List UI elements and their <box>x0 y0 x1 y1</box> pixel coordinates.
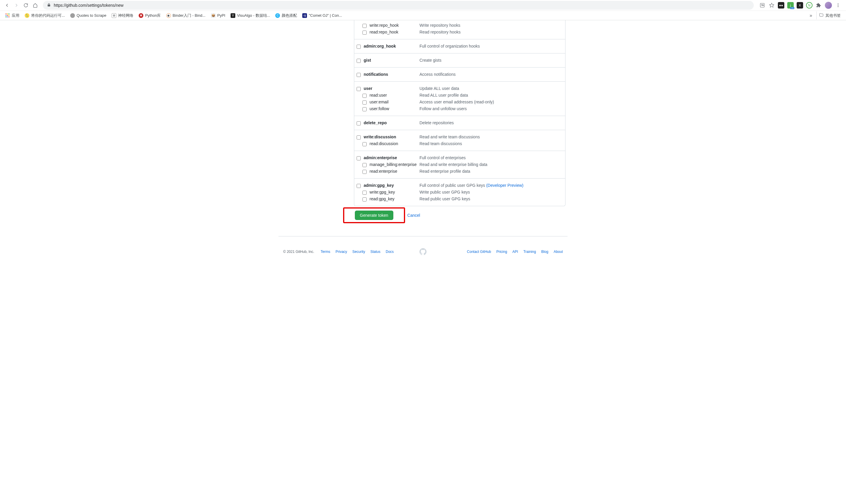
footer-link-docs[interactable]: Docs <box>386 250 394 254</box>
scope-row: notificationsAccess notifications <box>357 71 563 78</box>
url-bar[interactable]: https://github.com/settings/tokens/new <box>43 1 754 10</box>
footer-link-privacy[interactable]: Privacy <box>336 250 347 254</box>
profile-avatar[interactable] <box>825 2 832 9</box>
scope-checkbox-admin-org-hook[interactable] <box>357 44 361 49</box>
bookmark-label: 将你的代码运行可... <box>31 13 65 18</box>
menu-icon[interactable] <box>835 2 841 8</box>
bookmarks-bar: 应用 🐍将你的代码运行可... Quotes to Scrape ⊚神经网络 ✖… <box>0 11 846 20</box>
scope-description: Access user email addresses (read-only) <box>419 100 494 104</box>
footer-link-pricing[interactable]: Pricing <box>497 250 507 254</box>
scope-checkbox-user[interactable] <box>357 87 361 91</box>
svg-point-2 <box>838 3 839 4</box>
reload-button[interactable] <box>22 1 30 10</box>
bookmarks-overflow[interactable]: » <box>807 12 814 19</box>
scope-description-text: Write repository hooks <box>419 23 460 28</box>
scope-label: admin:gpg_key <box>364 183 419 188</box>
scope-checkbox-read-discussion[interactable] <box>362 142 366 146</box>
scope-description: Access notifications <box>419 72 456 77</box>
scope-group: notificationsAccess notifications <box>354 67 565 82</box>
scope-checkbox-write-discussion[interactable] <box>357 136 361 140</box>
scope-label: read:repo_hook <box>370 30 419 34</box>
generate-token-button[interactable]: Generate token <box>355 211 393 220</box>
bookmark-label: Python库 <box>145 13 161 18</box>
bookmark-apps[interactable]: 应用 <box>3 12 22 19</box>
scope-label: admin:enterprise <box>364 155 419 160</box>
cancel-link[interactable]: Cancel <box>408 213 420 218</box>
scope-label: write:gpg_key <box>370 190 419 194</box>
forward-button[interactable] <box>12 1 21 10</box>
extension-icon-2[interactable]: jON <box>787 2 794 8</box>
scope-checkbox-write-gpg-key[interactable] <box>362 191 366 195</box>
other-bookmarks-label: 其他书签 <box>825 13 841 18</box>
bookmark-item[interactable]: oj"Comet OJ" | Con... <box>300 12 344 19</box>
bookmark-item[interactable]: ◉Binder入门 - Bind... <box>164 12 208 19</box>
extension-icon-3[interactable]: X <box>797 2 803 8</box>
scope-checkbox-notifications[interactable] <box>357 73 361 77</box>
scopes-panel: write:repo_hookWrite repository hooksrea… <box>354 20 565 206</box>
footer-right: Contact GitHub Pricing API Training Blog… <box>432 250 563 254</box>
scope-checkbox-read-repo-hook[interactable] <box>362 31 366 35</box>
bookmark-item[interactable]: C颜色搭配 <box>273 12 299 19</box>
scope-row: write:repo_hookWrite repository hooks <box>357 22 563 29</box>
scope-row: read:userRead ALL user profile data <box>357 92 563 99</box>
svg-rect-12 <box>7 16 8 17</box>
footer-link-about[interactable]: About <box>554 250 563 254</box>
scope-checkbox-delete-repo[interactable] <box>357 121 361 125</box>
url-text: https://github.com/settings/tokens/new <box>54 3 123 7</box>
scope-checkbox-user-follow[interactable] <box>362 107 366 111</box>
scope-checkbox-user-email[interactable] <box>362 101 366 105</box>
scope-label: read:enterprise <box>370 169 419 174</box>
footer-link-security[interactable]: Security <box>353 250 365 254</box>
scope-description: Read ALL user profile data <box>419 93 468 97</box>
bookmark-item[interactable]: 📦PyPI <box>209 12 228 19</box>
scope-row: user:followFollow and unfollow users <box>357 105 563 112</box>
scope-row: read:repo_hookRead repository hooks <box>357 29 563 36</box>
home-button[interactable] <box>31 1 39 10</box>
scope-description: Create gists <box>419 58 442 62</box>
extensions-icon[interactable] <box>815 2 822 8</box>
scope-checkbox-admin-gpg-key[interactable] <box>357 184 361 188</box>
highlight-annotation: Generate token <box>343 208 405 223</box>
scope-row: gistCreate gists <box>357 57 563 64</box>
scope-description-text: Create gists <box>419 58 442 62</box>
back-button[interactable] <box>3 1 11 10</box>
scope-description-text: Update ALL user data <box>419 86 459 91</box>
bookmark-item[interactable]: 🐍将你的代码运行可... <box>22 12 67 19</box>
svg-marker-1 <box>770 3 774 7</box>
scope-description: Read team discussions <box>419 141 462 146</box>
bookmark-label: VisuAlgo - 数据结... <box>237 13 270 18</box>
bookmark-item[interactable]: VVisuAlgo - 数据结... <box>228 12 272 19</box>
footer-link-contact[interactable]: Contact GitHub <box>467 250 491 254</box>
scope-description: Read public user GPG keys <box>419 197 470 201</box>
scope-description-text: Read team discussions <box>419 141 462 146</box>
scope-description-text: Read and write team discussions <box>419 134 480 139</box>
scope-checkbox-read-user[interactable] <box>362 94 366 98</box>
other-bookmarks[interactable]: 其他书签 <box>816 12 843 19</box>
scope-checkbox-write-repo-hook[interactable] <box>362 24 366 28</box>
scope-checkbox-read-gpg-key[interactable] <box>362 197 366 201</box>
scope-checkbox-manage-billing-enterprise[interactable] <box>362 163 366 167</box>
browser-toolbar: https://github.com/settings/tokens/new ●… <box>0 0 846 11</box>
translate-icon[interactable] <box>759 2 766 8</box>
scope-description-text: Read public user GPG keys <box>419 197 470 201</box>
extension-icon-1[interactable]: ●● <box>778 2 784 8</box>
star-icon[interactable] <box>769 2 775 8</box>
extension-icon-4[interactable]: N <box>806 2 812 8</box>
footer-link-api[interactable]: API <box>512 250 518 254</box>
scope-description: Read enterprise profile data <box>419 169 470 174</box>
footer-link-status[interactable]: Status <box>371 250 380 254</box>
footer-link-blog[interactable]: Blog <box>541 250 548 254</box>
scope-checkbox-admin-enterprise[interactable] <box>357 156 361 160</box>
footer-link-terms[interactable]: Terms <box>321 250 330 254</box>
svg-rect-6 <box>7 14 8 14</box>
bookmark-label: "Comet OJ" | Con... <box>309 13 342 18</box>
page-content: write:repo_hookWrite repository hooksrea… <box>278 20 568 224</box>
scope-checkbox-gist[interactable] <box>357 59 361 63</box>
developer-preview-link[interactable]: (Developer Preview) <box>486 183 523 188</box>
scope-checkbox-read-enterprise[interactable] <box>362 170 366 174</box>
scope-description-text: Full control of organization hooks <box>419 44 480 49</box>
footer-link-training[interactable]: Training <box>523 250 536 254</box>
bookmark-item[interactable]: ✖Python库 <box>136 12 163 19</box>
bookmark-item[interactable]: Quotes to Scrape <box>68 12 109 19</box>
bookmark-item[interactable]: ⊚神经网络 <box>109 12 136 19</box>
